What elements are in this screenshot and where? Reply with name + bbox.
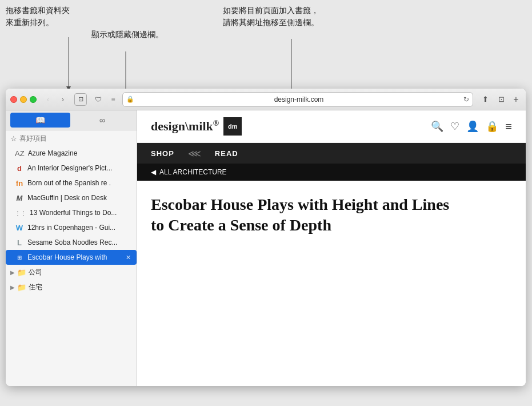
folder-arrow-housing: ▶ <box>10 284 15 290</box>
favorites-section-label: ☆ 喜好項目 <box>6 130 137 146</box>
share-icon: ⬆ <box>482 95 489 104</box>
sidebar-item-escobar[interactable]: ⊞ Escobar House Plays with ✕ <box>6 250 137 265</box>
search-icon[interactable]: 🔍 <box>431 120 443 133</box>
folder-icon-housing: 📁 <box>17 283 26 292</box>
tab-reading-list[interactable]: ∞ <box>73 113 133 128</box>
traffic-lights <box>10 96 37 103</box>
bookmarks-icon: 📖 <box>35 116 45 125</box>
sidebar-folder-company[interactable]: ▶ 📁 公司 <box>6 265 137 280</box>
13wonderful-label: 13 Wonderful Things to Do... <box>30 209 132 217</box>
reader-view-button[interactable]: ≡ <box>107 94 119 105</box>
sidebar-toggle-button[interactable]: ⊡ <box>74 93 87 106</box>
lock-icon[interactable]: 🔒 <box>486 120 498 133</box>
folder-arrow-company: ▶ <box>10 269 15 276</box>
macguffin-label: MacGuffin | Desk on Desk <box>27 194 132 202</box>
new-tab-button[interactable]: ⊡ <box>495 93 507 106</box>
main-content: design\milk® dm 🔍 ♡ 👤 🔒 ≡ SHOP ⋘ READ <box>137 110 526 386</box>
lock-icon: 🔒 <box>126 95 134 103</box>
browser-window: ‹ › ⊡ 🛡 ≡ 🔒 design-milk.com ↻ ⬆ ⊡ + <box>6 89 526 386</box>
reading-list-icon: ∞ <box>99 116 105 125</box>
favorites-label: 喜好項目 <box>19 134 47 144</box>
forward-button[interactable]: › <box>57 94 69 105</box>
add-tab-button[interactable]: + <box>511 94 521 105</box>
nav-shop[interactable]: SHOP <box>151 149 174 158</box>
interior-icon: d <box>15 164 24 173</box>
escobar-label: Escobar House Plays with <box>27 253 121 261</box>
born-icon: fn <box>15 179 24 188</box>
logo-box: dm <box>223 117 242 136</box>
back-button[interactable]: ‹ <box>42 94 54 105</box>
sidebar-item-interior[interactable]: d An Interior Designer's Pict... <box>6 161 137 176</box>
sidebar: 📖 ∞ ☆ 喜好項目 AZ Azure Magazine d <box>6 110 137 386</box>
address-bar[interactable]: 🔒 design-milk.com ↻ <box>122 92 473 107</box>
star-icon: ☆ <box>10 134 17 143</box>
title-bar: ‹ › ⊡ 🛡 ≡ 🔒 design-milk.com ↻ ⬆ ⊡ + <box>6 89 526 110</box>
tab-bookmarks[interactable]: 📖 <box>10 113 70 128</box>
12hrs-icon: W <box>15 224 24 232</box>
sidebar-item-13wonderful[interactable]: ⋮⋮ 13 Wonderful Things to Do... <box>6 205 137 220</box>
site-logo: design\milk® dm <box>151 117 242 136</box>
annotation-drag-bookmarks: 拖移書籤和資料夾 來重新排列。 <box>6 5 131 29</box>
section-label: ALL ARCHITECTURE <box>159 168 227 176</box>
article-section-bar[interactable]: ◀ ALL ARCHITECTURE <box>137 164 526 181</box>
toolbar-right: ⬆ ⊡ + <box>479 93 521 106</box>
sidebar-bookmarks-list: AZ Azure Magazine d An Interior Designer… <box>6 146 137 386</box>
logo-dm-text: dm <box>228 123 238 130</box>
user-icon[interactable]: 👤 <box>466 120 479 133</box>
born-label: Born out of the Spanish re . <box>27 179 132 187</box>
nav-divider: ⋘ <box>188 148 201 159</box>
site-navigation: SHOP ⋘ READ <box>137 143 526 164</box>
article-title: Escobar House Plays with Height and Line… <box>137 181 526 243</box>
annotation-show-hide-sidebar: 顯示或隱藏側邊欄。 <box>91 29 183 41</box>
sidebar-tabs: 📖 ∞ <box>6 110 137 130</box>
annotation-add-bookmark: 如要將目前頁面加入書籤， 請將其網址拖移至側邊欄。 <box>223 5 371 29</box>
azure-label: Azure Magazine <box>28 149 132 157</box>
interior-label: An Interior Designer's Pict... <box>27 164 132 172</box>
shield-icon: 🛡 <box>95 95 102 104</box>
folder-icon-company: 📁 <box>17 268 26 277</box>
sesame-icon: L <box>15 238 24 247</box>
folder-company-label: 公司 <box>29 268 42 277</box>
new-tab-icon: ⊡ <box>498 95 505 104</box>
site-header-icons: 🔍 ♡ 👤 🔒 ≡ <box>431 120 512 133</box>
share-button[interactable]: ⬆ <box>479 93 491 106</box>
folder-housing-label: 住宅 <box>29 282 42 292</box>
12hrs-label: 12hrs in Copenhagen - Gui... <box>27 224 132 232</box>
menu-icon[interactable]: ≡ <box>505 120 512 133</box>
heart-icon[interactable]: ♡ <box>450 120 459 133</box>
sidebar-item-born[interactable]: fn Born out of the Spanish re . <box>6 176 137 190</box>
sidebar-item-macguffin[interactable]: M MacGuffin | Desk on Desk <box>6 190 137 205</box>
address-text: design-milk.com <box>137 95 461 104</box>
refresh-button[interactable]: ↻ <box>463 95 469 104</box>
13wonderful-icon: ⋮⋮ <box>15 210 26 216</box>
sidebar-item-sesame[interactable]: L Sesame Soba Noodles Rec... <box>6 235 137 250</box>
logo-text: design\milk® <box>151 119 219 134</box>
browser-content: 📖 ∞ ☆ 喜好項目 AZ Azure Magazine d <box>6 110 526 386</box>
nav-read[interactable]: READ <box>215 149 238 158</box>
macguffin-icon: M <box>15 194 24 202</box>
sidebar-item-12hrs[interactable]: W 12hrs in Copenhagen - Gui... <box>6 220 137 235</box>
sesame-label: Sesame Soba Noodles Rec... <box>27 238 132 246</box>
shield-icon-button[interactable]: 🛡 <box>93 94 104 105</box>
escobar-icon: ⊞ <box>15 254 24 261</box>
back-section-arrow: ◀ <box>151 168 156 176</box>
close-button[interactable] <box>10 96 17 103</box>
escobar-close-button[interactable]: ✕ <box>125 254 132 261</box>
sidebar-item-azure[interactable]: AZ Azure Magazine <box>6 146 137 161</box>
site-header: design\milk® dm 🔍 ♡ 👤 🔒 ≡ <box>137 110 526 143</box>
sidebar-folder-housing[interactable]: ▶ 📁 住宅 <box>6 280 137 294</box>
minimize-button[interactable] <box>20 96 27 103</box>
maximize-button[interactable] <box>30 96 37 103</box>
reader-icon: ≡ <box>111 95 115 104</box>
azure-icon: AZ <box>15 149 25 158</box>
sidebar-toggle-icon: ⊡ <box>78 95 83 103</box>
